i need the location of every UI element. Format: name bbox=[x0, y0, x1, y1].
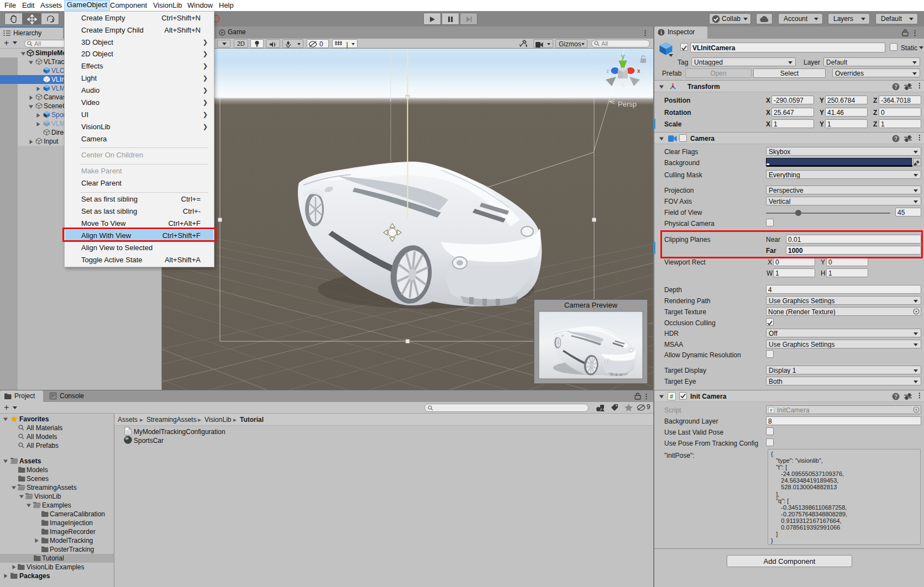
svg-text:x: x bbox=[637, 68, 641, 74]
svg-text:y: y bbox=[621, 52, 625, 60]
svg-text:?: ? bbox=[894, 136, 897, 142]
svg-text:Persp: Persp bbox=[618, 100, 637, 108]
svg-text:?: ? bbox=[894, 84, 897, 90]
svg-text:?: ? bbox=[894, 394, 897, 400]
svg-text:z: z bbox=[606, 68, 609, 74]
svg-text:Camera Preview: Camera Preview bbox=[564, 301, 618, 309]
